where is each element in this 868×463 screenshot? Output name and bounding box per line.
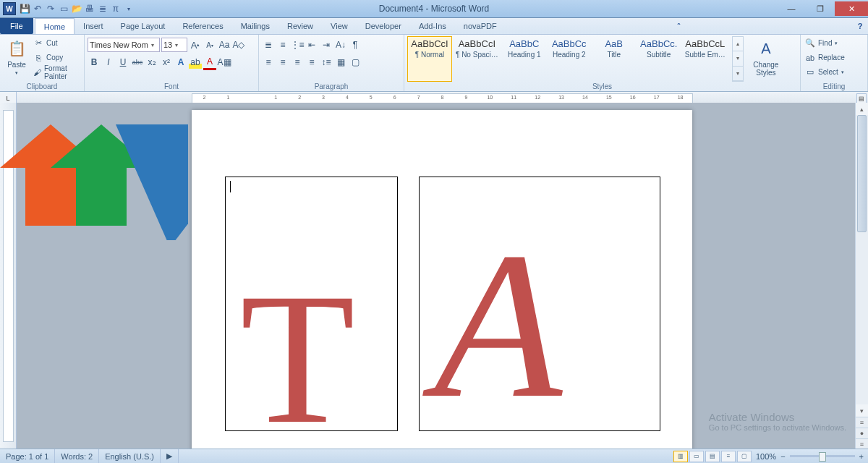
style-heading1[interactable]: AaBbCHeading 1 xyxy=(502,36,547,82)
clear-format-button[interactable]: A◇ xyxy=(232,38,245,51)
tab-page-layout[interactable]: Page Layout xyxy=(112,18,174,34)
align-left-button[interactable]: ≡ xyxy=(262,56,275,69)
shrink-font-button[interactable]: A▾ xyxy=(203,38,216,51)
italic-button[interactable]: I xyxy=(102,56,115,69)
view-draft-button[interactable]: ▢ xyxy=(737,451,752,462)
change-styles-icon: A xyxy=(755,38,777,59)
tab-home[interactable]: Home xyxy=(35,18,75,34)
vertical-scrollbar[interactable]: ▴ ▾ ≡ ● ≡ xyxy=(855,103,868,449)
qat-redo-icon[interactable]: ↷ xyxy=(45,3,56,14)
change-case-button[interactable]: Aa xyxy=(218,38,231,51)
show-marks-button[interactable]: ¶ xyxy=(349,38,362,51)
shading-button[interactable]: ▦ xyxy=(334,56,347,69)
bold-button[interactable]: B xyxy=(88,56,101,69)
minimize-button[interactable]: — xyxy=(777,1,806,16)
underline-button[interactable]: U xyxy=(116,56,129,69)
style-heading2[interactable]: AaBbCcHeading 2 xyxy=(547,36,592,82)
prev-page-icon[interactable]: ≡ xyxy=(856,417,868,428)
status-language[interactable]: English (U.S.) xyxy=(99,449,161,463)
ruler-vertical[interactable] xyxy=(0,103,17,449)
view-print-layout-button[interactable]: ▥ xyxy=(673,451,688,462)
qat-print-icon[interactable]: 🖶 xyxy=(84,3,95,14)
qat-misc-icon[interactable]: ≣ xyxy=(97,3,109,14)
text-effects-button[interactable]: A xyxy=(174,56,187,69)
subscript-button[interactable]: x₂ xyxy=(145,56,158,69)
qat-open-icon[interactable]: 📂 xyxy=(71,3,82,14)
style-normal[interactable]: AaBbCcI¶ Normal xyxy=(407,36,452,82)
watermark-sub: Go to PC settings to activate Windows. xyxy=(709,423,846,432)
tab-addins[interactable]: Add-Ins xyxy=(410,18,455,34)
tab-view[interactable]: View xyxy=(322,18,357,34)
char-shading-button[interactable]: A▦ xyxy=(218,56,231,69)
tab-review[interactable]: Review xyxy=(278,18,322,34)
help-icon[interactable]: ? xyxy=(852,18,868,34)
ruler-toggle-icon[interactable]: ▤ xyxy=(856,93,867,103)
styles-gallery[interactable]: AaBbCcI¶ NormalAaBbCcI¶ No Spaci…AaBbCHe… xyxy=(407,36,729,82)
highlight-button[interactable]: ab xyxy=(189,56,202,69)
cut-button[interactable]: ✂Cut xyxy=(32,36,81,50)
status-macro-icon[interactable]: ▶ xyxy=(161,449,179,463)
numbering-button[interactable]: ≡ xyxy=(276,38,289,51)
copy-button[interactable]: ⎘Copy xyxy=(32,51,81,64)
styles-scroll[interactable]: ▴▾▾ xyxy=(732,36,744,82)
view-full-screen-button[interactable]: ▭ xyxy=(689,451,704,462)
grow-font-button[interactable]: A▴ xyxy=(189,38,202,51)
zoom-slider[interactable] xyxy=(790,455,855,457)
qat-new-icon[interactable]: ▭ xyxy=(58,3,69,14)
status-page[interactable]: Page: 1 of 1 xyxy=(0,449,55,463)
view-web-button[interactable]: ▤ xyxy=(705,451,720,462)
tab-insert[interactable]: Insert xyxy=(75,18,112,34)
tab-references[interactable]: References xyxy=(174,18,231,34)
select-button[interactable]: ▭Select▾ xyxy=(804,65,846,79)
text-box-1[interactable]: T xyxy=(225,177,398,431)
font-size-combo[interactable]: 13▾ xyxy=(161,38,187,52)
qat-save-icon[interactable]: 💾 xyxy=(19,3,30,14)
qat-undo-icon[interactable]: ↶ xyxy=(32,3,43,14)
zoom-out-button[interactable]: − xyxy=(780,452,785,461)
zoom-in-button[interactable]: + xyxy=(859,452,864,461)
scroll-thumb[interactable] xyxy=(857,115,867,232)
font-name-combo[interactable]: Times New Rom▾ xyxy=(88,38,160,52)
tab-novapdf[interactable]: novaPDF xyxy=(455,18,506,34)
style-subtleem[interactable]: AaBbCcLSubtle Em… xyxy=(681,36,729,82)
file-tab[interactable]: File xyxy=(0,18,33,34)
bullets-button[interactable]: ≣ xyxy=(262,38,275,51)
paste-button[interactable]: 📋 Paste ▾ xyxy=(3,36,30,77)
browse-object-icon[interactable]: ● xyxy=(856,428,868,438)
find-button[interactable]: 🔍Find▾ xyxy=(804,36,846,50)
view-outline-button[interactable]: ≡ xyxy=(721,451,736,462)
zoom-level[interactable]: 100% xyxy=(756,452,776,461)
multilevel-button[interactable]: ⋮≡ xyxy=(291,38,304,51)
justify-button[interactable]: ≡ xyxy=(305,56,318,69)
font-color-button[interactable]: A xyxy=(203,55,216,70)
style-subtitle[interactable]: AaBbCc.Subtitle xyxy=(637,36,681,82)
line-spacing-button[interactable]: ↕≡ xyxy=(320,56,333,69)
scroll-down-icon[interactable]: ▾ xyxy=(856,404,868,417)
status-bar: Page: 1 of 1 Words: 2 English (U.S.) ▶ ▥… xyxy=(0,449,868,463)
sort-button[interactable]: A↓ xyxy=(334,38,347,51)
style-nospaci[interactable]: AaBbCcI¶ No Spaci… xyxy=(452,36,502,82)
scroll-up-icon[interactable]: ▴ xyxy=(856,103,868,115)
superscript-button[interactable]: x² xyxy=(160,56,173,69)
tab-mailings[interactable]: Mailings xyxy=(232,18,278,34)
dec-indent-button[interactable]: ⇤ xyxy=(305,38,318,51)
text-box-2[interactable]: A xyxy=(419,177,660,431)
align-right-button[interactable]: ≡ xyxy=(291,56,304,69)
strike-button[interactable]: abc xyxy=(131,56,144,69)
change-styles-button[interactable]: A Change Styles xyxy=(748,36,784,82)
next-page-icon[interactable]: ≡ xyxy=(856,438,868,449)
replace-button[interactable]: abReplace xyxy=(804,51,846,64)
format-painter-button[interactable]: 🖌Format Painter xyxy=(32,65,81,79)
style-title[interactable]: AaBTitle xyxy=(592,36,637,82)
qat-pi-icon[interactable]: π xyxy=(110,3,122,14)
close-button[interactable]: ✕ xyxy=(835,1,868,16)
borders-button[interactable]: ▢ xyxy=(349,56,362,69)
tab-developer[interactable]: Developer xyxy=(357,18,410,34)
page[interactable]: T A xyxy=(192,110,692,449)
maximize-button[interactable]: ❐ xyxy=(806,1,835,16)
qat-more-icon[interactable]: ▾ xyxy=(123,3,135,14)
status-words[interactable]: Words: 2 xyxy=(55,449,99,463)
minimize-ribbon-icon[interactable]: ˆ xyxy=(671,18,686,34)
inc-indent-button[interactable]: ⇥ xyxy=(320,38,333,51)
align-center-button[interactable]: ≡ xyxy=(276,56,289,69)
